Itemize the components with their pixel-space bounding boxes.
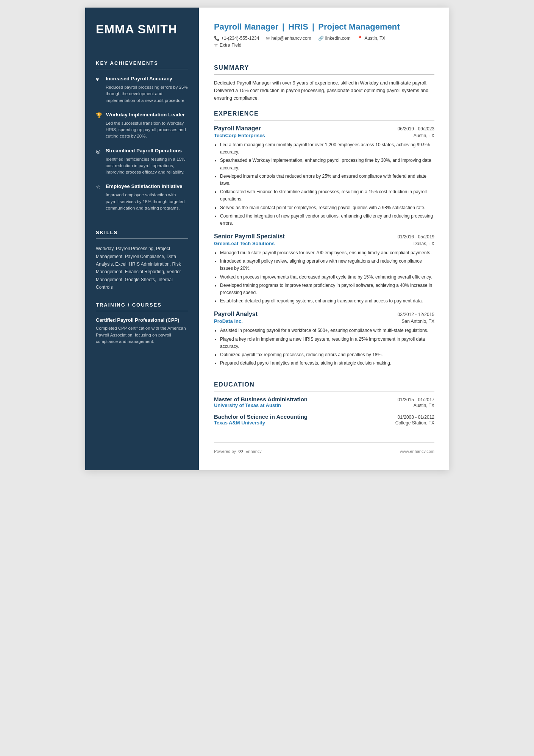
achievements-section-title: KEY ACHIEVEMENTS (96, 60, 188, 66)
job-1-header: Payroll Manager 06/2019 - 09/2023 (214, 125, 434, 132)
edu-2-degree: Bachelor of Science in Accounting (214, 413, 308, 420)
job-1-title: Payroll Manager (214, 125, 261, 132)
job-2-company: GreenLeaf Tech Solutions (214, 241, 275, 246)
headline-part-3: Project Management (318, 22, 400, 31)
summary-divider (214, 74, 434, 75)
achievement-1-title: Increased Payroll Accuracy (106, 75, 172, 82)
contact-row: 📞 +1-(234)-555-1234 ✉ help@enhancv.com 🔗… (214, 36, 434, 41)
edu-item-2: Bachelor of Science in Accounting 01/200… (214, 413, 434, 426)
edu-1-degree: Master of Business Administration (214, 396, 308, 402)
list-item: Prepared detailed payroll analytics and … (220, 360, 434, 367)
star-extra-icon: ☆ (214, 42, 218, 48)
phone-icon: 📞 (214, 36, 220, 41)
job-3-company-row: ProData Inc. San Antonio, TX (214, 318, 434, 324)
location-icon: 📍 (357, 36, 363, 41)
training-1-desc: Completed CPP certification with the Ame… (96, 325, 188, 345)
edu-2-location: College Station, TX (395, 420, 434, 426)
edu-1-header: Master of Business Administration 01/201… (214, 396, 434, 402)
training-1-title: Certified Payroll Professional (CPP) (96, 317, 188, 324)
footer: Powered by ∞ Enhancv www.enhancv.com (214, 442, 434, 455)
extra-field: ☆ Extra Field (214, 42, 434, 48)
location-contact: 📍 Austin, TX (357, 36, 385, 41)
job-1-dates: 06/2019 - 09/2023 (398, 126, 434, 131)
skills-divider (96, 238, 188, 239)
target-icon: ◎ (96, 148, 102, 154)
trophy-icon: 🏆 (96, 112, 102, 118)
job-2-company-row: GreenLeaf Tech Solutions Dallas, TX (214, 241, 434, 246)
edu-1-school: University of Texas at Austin (214, 402, 281, 408)
list-item: Spearheaded a Workday implementation, en… (220, 157, 434, 171)
extra-field-text: Extra Field (220, 42, 241, 48)
heart-icon: ♥ (96, 76, 102, 82)
edu-1-school-row: University of Texas at Austin Austin, TX (214, 402, 434, 408)
achievements-divider (96, 69, 188, 69)
achievement-item-3: ◎ Streamlined Payroll Operations Identif… (96, 147, 188, 176)
achievement-1-desc: Reduced payroll processing errors by 25%… (96, 84, 188, 104)
list-item: Established detailed payroll reporting s… (220, 297, 434, 305)
edu-2-header: Bachelor of Science in Accounting 01/200… (214, 413, 434, 420)
edu-2-dates: 01/2008 - 01/2012 (398, 415, 434, 420)
job-2-bullets: Managed multi-state payroll processes fo… (214, 249, 434, 305)
achievement-2-title: Workday Implementation Leader (106, 111, 185, 118)
list-item: Worked on process improvements that decr… (220, 274, 434, 281)
achievement-3-desc: Identified inefficiencies resulting in a… (96, 156, 188, 176)
edu-1-dates: 01/2015 - 01/2017 (398, 397, 434, 402)
list-item: Optimized payroll tax reporting processe… (220, 351, 434, 358)
training-item-1: Certified Payroll Professional (CPP) Com… (96, 317, 188, 345)
list-item: Served as the main contact point for emp… (220, 204, 434, 211)
job-1-company: TechCorp Enterprises (214, 133, 265, 138)
footer-right: www.enhancv.com (400, 449, 434, 454)
job-headline: Payroll Manager | HRIS | Project Managem… (214, 22, 434, 32)
education-section-title: EDUCATION (214, 381, 434, 388)
job-2-location: Dallas, TX (414, 241, 434, 246)
job-2-title: Senior Payroll Specialist (214, 233, 285, 240)
linkedin-icon: 🔗 (318, 36, 324, 41)
website-url: www.enhancv.com (400, 449, 434, 454)
achievement-item-4: ☆ Employee Satisfaction Initiative Impro… (96, 183, 188, 211)
resume-container: EMMA SMITH KEY ACHIEVEMENTS ♥ Increased … (85, 8, 449, 470)
achievement-3-title: Streamlined Payroll Operations (106, 147, 182, 154)
email-address: help@enhancv.com (271, 36, 311, 41)
email-contact: ✉ help@enhancv.com (266, 36, 311, 41)
sidebar: EMMA SMITH KEY ACHIEVEMENTS ♥ Increased … (85, 8, 199, 470)
job-2: Senior Payroll Specialist 01/2016 - 05/2… (214, 233, 434, 311)
powered-by-label: Powered by (214, 449, 236, 454)
job-1-bullets: Led a team managing semi-monthly payroll… (214, 141, 434, 227)
list-item: Played a key role in implementing a new … (220, 336, 434, 350)
list-item: Introduced a payroll policy review, alig… (220, 258, 434, 272)
star-icon: ☆ (96, 184, 102, 190)
candidate-name: EMMA SMITH (96, 23, 188, 36)
job-2-dates: 01/2016 - 05/2019 (398, 234, 434, 239)
achievement-item-1: ♥ Increased Payroll Accuracy Reduced pay… (96, 75, 188, 104)
list-item: Led a team managing semi-monthly payroll… (220, 141, 434, 156)
skills-text: Workday, Payroll Processing, Project Man… (96, 245, 188, 291)
list-item: Assisted in processing payroll for a wor… (220, 327, 434, 334)
training-section-title: TRAINING / COURSES (96, 302, 188, 308)
job-3-dates: 03/2012 - 12/2015 (398, 312, 434, 317)
list-item: Managed multi-state payroll processes fo… (220, 249, 434, 257)
job-1: Payroll Manager 06/2019 - 09/2023 TechCo… (214, 125, 434, 233)
edu-2-school: Texas A&M University (214, 420, 265, 426)
list-item: Developed internal controls that reduced… (220, 173, 434, 187)
achievement-2-desc: Led the successful transition to Workday… (96, 120, 188, 140)
linkedin-url: linkedin.com (325, 36, 351, 41)
enhancv-logo-icon: ∞ (238, 447, 243, 455)
brand-name: Enhancv (245, 449, 262, 454)
list-item: Developed training programs to improve t… (220, 282, 434, 296)
summary-section-title: SUMMARY (214, 64, 434, 71)
achievement-item-2: 🏆 Workday Implementation Leader Led the … (96, 111, 188, 140)
location-text: Austin, TX (364, 36, 385, 41)
training-divider (96, 311, 188, 311)
job-3-title: Payroll Analyst (214, 311, 258, 318)
job-3-company: ProData Inc. (214, 318, 243, 324)
job-1-location: Austin, TX (414, 133, 434, 138)
footer-left: Powered by ∞ Enhancv (214, 447, 262, 455)
linkedin-contact: 🔗 linkedin.com (318, 36, 351, 41)
phone-number: +1-(234)-555-1234 (221, 36, 259, 41)
job-3: Payroll Analyst 03/2012 - 12/2015 ProDat… (214, 311, 434, 373)
email-icon: ✉ (266, 36, 270, 41)
job-3-header: Payroll Analyst 03/2012 - 12/2015 (214, 311, 434, 318)
edu-1-location: Austin, TX (414, 403, 434, 408)
skills-section-title: SKILLS (96, 230, 188, 235)
edu-2-school-row: Texas A&M University College Station, TX (214, 420, 434, 426)
